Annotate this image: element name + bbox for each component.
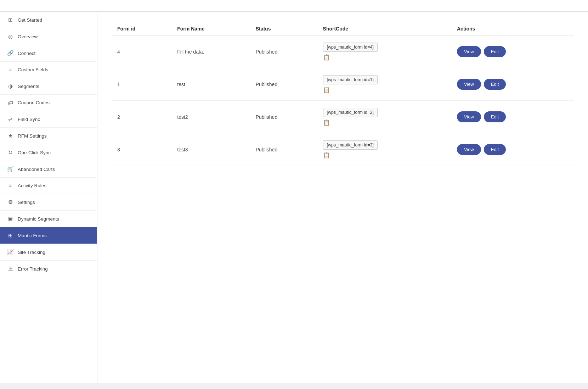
sidebar-item-mautic-forms[interactable]: ⊞Mautic Forms — [0, 227, 97, 244]
form-status-cell: Published — [250, 68, 317, 101]
form-status-cell: Published — [250, 133, 317, 166]
activity-rules-icon: ≡ — [7, 183, 13, 189]
table-row: 3test3Published[wps_mautic_form id=3]📋Vi… — [112, 133, 574, 166]
form-name-cell: test3 — [171, 133, 250, 166]
sidebar-item-abandoned-carts[interactable]: 🛒Abandoned Carts — [0, 161, 97, 178]
custom-fields-icon: ≡ — [7, 67, 13, 73]
form-shortcode-cell: [wps_mautic_form id=3]📋 — [317, 133, 451, 166]
sidebar-item-one-click-sync[interactable]: ↻One-Click Sync — [0, 144, 97, 161]
sidebar-label-site-tracking: Site Tracking — [18, 250, 45, 255]
copy-shortcode-icon[interactable]: 📋 — [323, 119, 330, 126]
col-header-form-id: Form id — [112, 22, 171, 35]
get-started-icon: ⊞ — [7, 17, 13, 23]
sidebar-label-mautic-forms: Mautic Forms — [18, 233, 47, 238]
copy-shortcode-icon[interactable]: 📋 — [323, 54, 330, 61]
edit-button[interactable]: Edit — [484, 79, 506, 90]
forms-table: Form idForm NameStatusShortCodeActions 4… — [112, 22, 574, 166]
form-status-cell: Published — [250, 101, 317, 133]
view-button[interactable]: View — [457, 79, 481, 90]
sidebar-label-overview: Overview — [18, 34, 38, 39]
form-id-cell: 3 — [112, 133, 171, 166]
site-tracking-icon: 📈 — [7, 249, 13, 255]
one-click-sync-icon: ↻ — [7, 149, 13, 156]
form-name-cell: test2 — [171, 101, 250, 133]
table-header-row: Form idForm NameStatusShortCodeActions — [112, 22, 574, 35]
copy-shortcode-icon[interactable]: 📋 — [323, 87, 330, 93]
form-status-cell: Published — [250, 35, 317, 68]
form-id-cell: 2 — [112, 101, 171, 133]
sidebar-label-get-started: Get Started — [18, 17, 42, 23]
sidebar-label-field-sync: Field Sync — [18, 117, 40, 122]
sidebar-item-coupon-codes[interactable]: 🏷Coupon Codes — [0, 95, 97, 111]
sidebar-item-dynamic-segments[interactable]: ▣Dynamic Segments — [0, 211, 97, 227]
sidebar: ⊞Get Started◎Overview🔗Connect≡Custom Fie… — [0, 12, 97, 383]
table-row: 2test2Published[wps_mautic_form id=2]📋Vi… — [112, 101, 574, 133]
sidebar-item-settings[interactable]: ⚙Settings — [0, 194, 97, 211]
sidebar-item-get-started[interactable]: ⊞Get Started — [0, 12, 97, 28]
sidebar-item-overview[interactable]: ◎Overview — [0, 28, 97, 45]
form-name-cell: test — [171, 68, 250, 101]
form-name-cell: Fill the data. — [171, 35, 250, 68]
col-header-shortcode: ShortCode — [317, 22, 451, 35]
form-shortcode-cell: [wps_mautic_form id=4]📋 — [317, 35, 451, 68]
coupon-codes-icon: 🏷 — [7, 100, 13, 106]
settings-icon: ⚙ — [7, 199, 13, 205]
app-header — [0, 0, 588, 12]
form-actions-cell: ViewEdit — [451, 133, 574, 166]
segments-icon: ◑ — [7, 83, 13, 89]
table-body: 4Fill the data.Published[wps_mautic_form… — [112, 35, 574, 166]
sidebar-label-connect: Connect — [18, 51, 35, 56]
sidebar-label-custom-fields: Custom Fields — [18, 67, 48, 72]
sidebar-label-dynamic-segments: Dynamic Segments — [18, 216, 59, 222]
sidebar-label-activity-rules: Activity Rules — [18, 183, 46, 188]
sidebar-item-connect[interactable]: 🔗Connect — [0, 45, 97, 62]
connect-icon: 🔗 — [7, 50, 13, 56]
edit-button[interactable]: Edit — [484, 46, 506, 57]
main-content: Form idForm NameStatusShortCodeActions 4… — [97, 12, 588, 383]
copy-shortcode-icon[interactable]: 📋 — [323, 152, 330, 159]
shortcode-value: [wps_mautic_form id=4] — [323, 43, 378, 52]
overview-icon: ◎ — [7, 33, 13, 40]
table-row: 4Fill the data.Published[wps_mautic_form… — [112, 35, 574, 68]
form-shortcode-cell: [wps_mautic_form id=1]📋 — [317, 68, 451, 101]
rfm-settings-icon: ★ — [7, 133, 13, 139]
sidebar-label-segments: Segments — [18, 84, 39, 89]
sidebar-item-activity-rules[interactable]: ≡Activity Rules — [0, 178, 97, 194]
form-actions-cell: ViewEdit — [451, 101, 574, 133]
view-button[interactable]: View — [457, 111, 481, 122]
col-header-actions: Actions — [451, 22, 574, 35]
view-button[interactable]: View — [457, 144, 481, 155]
shortcode-value: [wps_mautic_form id=1] — [323, 75, 378, 84]
sidebar-label-error-tracking: Error Tracking — [18, 266, 48, 272]
sidebar-item-segments[interactable]: ◑Segments — [0, 78, 97, 95]
form-shortcode-cell: [wps_mautic_form id=2]📋 — [317, 101, 451, 133]
sidebar-item-rfm-settings[interactable]: ★RFM Settings — [0, 128, 97, 144]
form-id-cell: 1 — [112, 68, 171, 101]
sidebar-item-field-sync[interactable]: ⇌Field Sync — [0, 111, 97, 128]
form-actions-cell: ViewEdit — [451, 35, 574, 68]
sidebar-label-abandoned-carts: Abandoned Carts — [18, 167, 55, 172]
sidebar-item-error-tracking[interactable]: ⚠Error Tracking — [0, 261, 97, 277]
mautic-forms-icon: ⊞ — [7, 232, 13, 239]
dynamic-segments-icon: ▣ — [7, 216, 13, 222]
table-row: 1testPublished[wps_mautic_form id=1]📋Vie… — [112, 68, 574, 101]
edit-button[interactable]: Edit — [484, 111, 506, 122]
sidebar-item-custom-fields[interactable]: ≡Custom Fields — [0, 62, 97, 78]
sidebar-item-site-tracking[interactable]: 📈Site Tracking — [0, 244, 97, 261]
form-actions-cell: ViewEdit — [451, 68, 574, 101]
form-id-cell: 4 — [112, 35, 171, 68]
shortcode-value: [wps_mautic_form id=3] — [323, 140, 378, 150]
sidebar-label-settings: Settings — [18, 200, 35, 205]
sidebar-label-one-click-sync: One-Click Sync — [18, 150, 51, 155]
col-header-form-name: Form Name — [171, 22, 250, 35]
sidebar-label-coupon-codes: Coupon Codes — [18, 100, 50, 105]
col-header-status: Status — [250, 22, 317, 35]
shortcode-value: [wps_mautic_form id=2] — [323, 108, 378, 117]
error-tracking-icon: ⚠ — [7, 266, 13, 272]
field-sync-icon: ⇌ — [7, 116, 13, 122]
abandoned-carts-icon: 🛒 — [7, 166, 13, 172]
sidebar-label-rfm-settings: RFM Settings — [18, 133, 47, 139]
view-button[interactable]: View — [457, 46, 481, 57]
edit-button[interactable]: Edit — [484, 144, 506, 155]
